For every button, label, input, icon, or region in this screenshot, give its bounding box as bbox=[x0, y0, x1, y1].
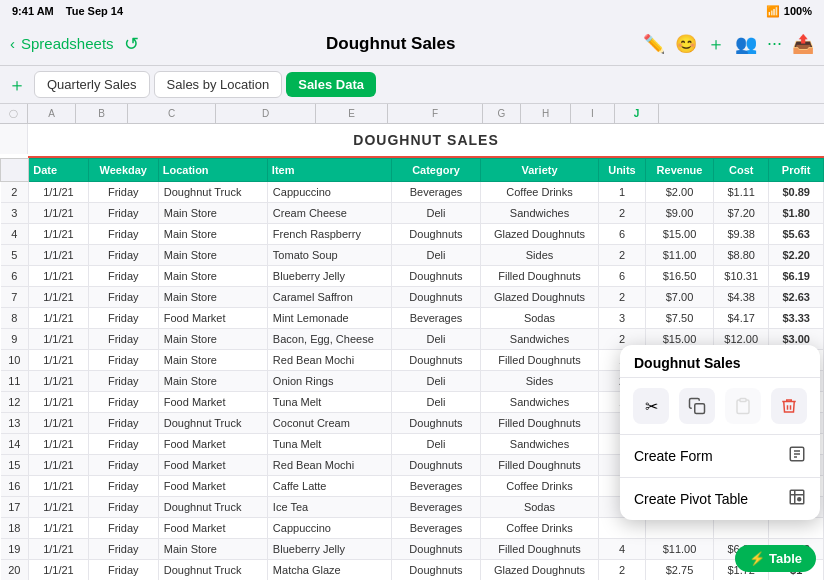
cell-units[interactable]: 6 bbox=[598, 224, 645, 245]
cell-category[interactable]: Beverages bbox=[391, 182, 480, 203]
cell-date[interactable]: 1/1/21 bbox=[29, 413, 89, 434]
cell-weekday[interactable]: Friday bbox=[88, 224, 158, 245]
cell-weekday[interactable]: Friday bbox=[88, 560, 158, 581]
table-row[interactable]: 2 1/1/21 Friday Doughnut Truck Cappuccin… bbox=[1, 182, 824, 203]
cell-revenue[interactable]: $16.50 bbox=[646, 266, 714, 287]
cell-location[interactable]: Food Market bbox=[158, 455, 267, 476]
cell-item[interactable]: Ice Tea bbox=[267, 497, 391, 518]
table-row[interactable]: 19 1/1/21 Friday Main Store Blueberry Je… bbox=[1, 539, 824, 560]
cell-date[interactable]: 1/1/21 bbox=[29, 203, 89, 224]
tab-quarterly[interactable]: Quarterly Sales bbox=[34, 71, 150, 98]
cell-location[interactable]: Food Market bbox=[158, 476, 267, 497]
cell-date[interactable]: 1/1/21 bbox=[29, 392, 89, 413]
cell-date[interactable]: 1/1/21 bbox=[29, 560, 89, 581]
cell-date[interactable]: 1/1/21 bbox=[29, 287, 89, 308]
cell-category[interactable]: Doughnuts bbox=[391, 287, 480, 308]
emoji-icon[interactable]: 😊 bbox=[675, 33, 697, 55]
cell-profit[interactable] bbox=[769, 518, 824, 539]
table-row[interactable]: 7 1/1/21 Friday Main Store Caramel Saffr… bbox=[1, 287, 824, 308]
cell-category[interactable]: Doughnuts bbox=[391, 266, 480, 287]
export-icon[interactable]: 📤 bbox=[792, 33, 814, 55]
cell-weekday[interactable]: Friday bbox=[88, 182, 158, 203]
cell-profit[interactable]: $3.33 bbox=[769, 308, 824, 329]
cell-weekday[interactable]: Friday bbox=[88, 266, 158, 287]
cell-date[interactable]: 1/1/21 bbox=[29, 455, 89, 476]
cell-category[interactable]: Beverages bbox=[391, 518, 480, 539]
cell-variety[interactable]: Filled Doughnuts bbox=[481, 413, 599, 434]
cell-item[interactable]: Blueberry Jelly bbox=[267, 539, 391, 560]
table-row[interactable]: 4 1/1/21 Friday Main Store French Raspbe… bbox=[1, 224, 824, 245]
cell-profit[interactable]: $2.63 bbox=[769, 287, 824, 308]
cell-weekday[interactable]: Friday bbox=[88, 329, 158, 350]
cell-item[interactable]: Tuna Melt bbox=[267, 392, 391, 413]
cell-variety[interactable]: Glazed Doughnuts bbox=[481, 287, 599, 308]
cell-units[interactable]: 1 bbox=[598, 182, 645, 203]
cell-item[interactable]: Matcha Glaze bbox=[267, 560, 391, 581]
cell-location[interactable]: Doughnut Truck bbox=[158, 560, 267, 581]
cell-variety[interactable]: Sandwiches bbox=[481, 392, 599, 413]
more-icon[interactable]: ··· bbox=[767, 33, 782, 54]
cell-category[interactable]: Doughnuts bbox=[391, 413, 480, 434]
table-row[interactable]: 18 1/1/21 Friday Food Market Cappuccino … bbox=[1, 518, 824, 539]
cell-profit[interactable]: $0.89 bbox=[769, 182, 824, 203]
cell-location[interactable]: Food Market bbox=[158, 434, 267, 455]
cell-item[interactable]: Caramel Saffron bbox=[267, 287, 391, 308]
cell-variety[interactable]: Sodas bbox=[481, 497, 599, 518]
cell-item[interactable]: Bacon, Egg, Cheese bbox=[267, 329, 391, 350]
cell-units[interactable]: 6 bbox=[598, 266, 645, 287]
cell-cost[interactable] bbox=[714, 518, 769, 539]
back-label[interactable]: Spreadsheets bbox=[21, 35, 114, 52]
cell-category[interactable]: Doughnuts bbox=[391, 455, 480, 476]
cell-item[interactable]: Tuna Melt bbox=[267, 434, 391, 455]
cell-units[interactable]: 3 bbox=[598, 308, 645, 329]
cell-item[interactable]: Cappuccino bbox=[267, 518, 391, 539]
cell-location[interactable]: Main Store bbox=[158, 224, 267, 245]
cell-cost[interactable]: $8.80 bbox=[714, 245, 769, 266]
cell-item[interactable]: Mint Lemonade bbox=[267, 308, 391, 329]
cell-date[interactable]: 1/1/21 bbox=[29, 539, 89, 560]
cell-cost[interactable]: $9.38 bbox=[714, 224, 769, 245]
table-row[interactable]: 3 1/1/21 Friday Main Store Cream Cheese … bbox=[1, 203, 824, 224]
cell-item[interactable]: Tomato Soup bbox=[267, 245, 391, 266]
cell-revenue[interactable] bbox=[646, 518, 714, 539]
cell-location[interactable]: Main Store bbox=[158, 245, 267, 266]
cell-variety[interactable]: Coffee Drinks bbox=[481, 476, 599, 497]
cell-date[interactable]: 1/1/21 bbox=[29, 371, 89, 392]
cell-variety[interactable]: Coffee Drinks bbox=[481, 518, 599, 539]
cell-variety[interactable]: Sides bbox=[481, 371, 599, 392]
delete-button[interactable] bbox=[771, 388, 807, 424]
cell-item[interactable]: Onion Rings bbox=[267, 371, 391, 392]
cell-variety[interactable]: Sandwiches bbox=[481, 203, 599, 224]
cell-location[interactable]: Main Store bbox=[158, 539, 267, 560]
cell-revenue[interactable]: $9.00 bbox=[646, 203, 714, 224]
paste-button[interactable] bbox=[725, 388, 761, 424]
cell-variety[interactable]: Sodas bbox=[481, 308, 599, 329]
cell-units[interactable]: 2 bbox=[598, 203, 645, 224]
cell-location[interactable]: Food Market bbox=[158, 308, 267, 329]
table-row[interactable]: 6 1/1/21 Friday Main Store Blueberry Jel… bbox=[1, 266, 824, 287]
cell-location[interactable]: Main Store bbox=[158, 287, 267, 308]
cell-category[interactable]: Deli bbox=[391, 245, 480, 266]
cell-location[interactable]: Doughnut Truck bbox=[158, 182, 267, 203]
cell-variety[interactable]: Sandwiches bbox=[481, 329, 599, 350]
cell-profit[interactable]: $5.63 bbox=[769, 224, 824, 245]
cell-weekday[interactable]: Friday bbox=[88, 371, 158, 392]
cell-revenue[interactable]: $15.00 bbox=[646, 224, 714, 245]
brush-icon[interactable]: ✏️ bbox=[643, 33, 665, 55]
cell-location[interactable]: Food Market bbox=[158, 392, 267, 413]
table-row[interactable]: 20 1/1/21 Friday Doughnut Truck Matcha G… bbox=[1, 560, 824, 581]
cell-date[interactable]: 1/1/21 bbox=[29, 434, 89, 455]
cell-date[interactable]: 1/1/21 bbox=[29, 266, 89, 287]
cell-variety[interactable]: Filled Doughnuts bbox=[481, 539, 599, 560]
cell-variety[interactable]: Filled Doughnuts bbox=[481, 266, 599, 287]
cell-category[interactable]: Beverages bbox=[391, 476, 480, 497]
cell-cost[interactable]: $1.11 bbox=[714, 182, 769, 203]
cell-location[interactable]: Food Market bbox=[158, 518, 267, 539]
tab-data[interactable]: Sales Data bbox=[286, 72, 376, 97]
cell-revenue[interactable]: $11.00 bbox=[646, 245, 714, 266]
cell-weekday[interactable]: Friday bbox=[88, 392, 158, 413]
cell-location[interactable]: Doughnut Truck bbox=[158, 413, 267, 434]
cell-weekday[interactable]: Friday bbox=[88, 497, 158, 518]
create-pivot-item[interactable]: Create Pivot Table bbox=[620, 478, 820, 520]
cell-weekday[interactable]: Friday bbox=[88, 518, 158, 539]
